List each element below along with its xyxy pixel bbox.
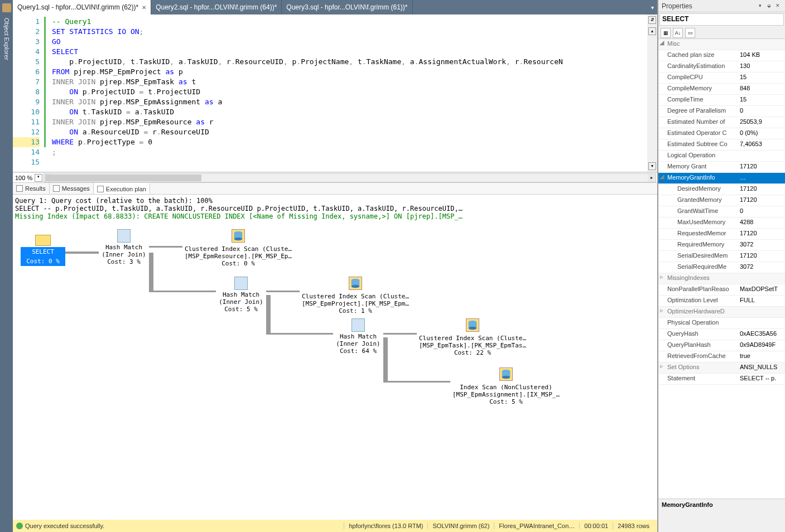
code-line[interactable]: ON t.TaskUID = a.TaskUID <box>46 107 647 117</box>
property-pages-icon[interactable]: ▭ <box>685 28 695 38</box>
plan-node-scan-assignment[interactable]: Index Scan (NonClustered) [MSP_EpmAssign… <box>450 367 562 405</box>
property-row[interactable]: GrantWaitTime0 <box>658 206 785 217</box>
property-row[interactable]: QueryHash0xAEC35A56 <box>658 329 785 340</box>
property-row[interactable]: CompileMemory848 <box>658 84 785 95</box>
property-row[interactable]: RequestedMemor17120 <box>658 229 785 240</box>
property-row[interactable]: Logical Operation <box>658 151 785 162</box>
pin-icon[interactable]: ⬙ <box>765 2 773 10</box>
plan-icon <box>97 186 104 192</box>
close-icon[interactable]: ✕ <box>142 4 146 11</box>
property-row[interactable]: Cached plan size104 KB <box>658 50 785 61</box>
properties-grid[interactable]: ◢MiscCached plan size104 KBCardinalityEs… <box>658 39 785 499</box>
expand-icon[interactable]: ▹ <box>658 307 665 317</box>
plan-node-hash-match-1[interactable]: Hash Match (Inner Join) Cost: 3 % <box>99 229 149 265</box>
property-row[interactable]: StatementSELECT -- p. <box>658 374 785 385</box>
code-area[interactable]: -- Query1SET STATISTICS IO ON;GOSELECT p… <box>44 14 647 172</box>
expand-icon <box>658 151 665 161</box>
plan-node-hash-match-3[interactable]: Hash Match (Inner Join) Cost: 64 % <box>333 318 383 355</box>
property-row[interactable]: ▹OptimizerHardwareD <box>658 307 785 318</box>
property-row[interactable]: ◢MemoryGrantInfo… <box>658 173 785 184</box>
property-row[interactable]: DesiredMemory17120 <box>658 184 785 195</box>
code-line[interactable]: INNER JOIN pjrep.MSP_EpmResource as r <box>46 117 647 127</box>
property-row[interactable]: MaxUsedMemory4288 <box>658 217 785 229</box>
property-row[interactable]: CardinalityEstimation130 <box>658 61 785 72</box>
dropdown-icon[interactable]: ▾ <box>756 2 764 10</box>
code-line[interactable]: -- Query1 <box>46 17 647 27</box>
horizontal-scrollbar[interactable]: ◂ ▸ <box>44 173 656 182</box>
zoom-level[interactable]: 100 % <box>13 175 35 181</box>
property-row[interactable]: Estimated Subtree Co7,40653 <box>658 139 785 151</box>
plan-node-hash-match-2[interactable]: Hash Match (Inner Join) Cost: 5 % <box>216 277 266 313</box>
properties-object-selector[interactable]: SELECT <box>659 13 784 26</box>
expand-icon <box>658 329 665 340</box>
code-line[interactable]: FROM pjrep.MSP_EpmProject as p <box>46 67 647 77</box>
plan-node-scan-task[interactable]: Clustered Index Scan (Cluste… [MSP_EpmTa… <box>417 318 528 356</box>
property-row[interactable]: Degree of Parallelism0 <box>658 106 785 117</box>
property-row[interactable]: GrantedMemory17120 <box>658 195 785 206</box>
plan-missing-index[interactable]: Missing Index (Impact 68.8833): CREATE N… <box>15 212 655 220</box>
property-row[interactable]: ◢Misc <box>658 39 785 50</box>
expand-icon[interactable]: ▹ <box>658 273 665 284</box>
property-row[interactable]: Optimization LevelFULL <box>658 296 785 307</box>
code-line[interactable]: SET STATISTICS IO ON; <box>46 27 647 37</box>
property-name: Memory Grant <box>665 162 738 172</box>
code-line[interactable]: WHERE p.ProjectType = 0 <box>46 137 647 147</box>
property-row[interactable]: RetrievedFromCachetrue <box>658 351 785 362</box>
expand-icon[interactable]: ▹ <box>658 362 665 373</box>
property-row[interactable]: QueryPlanHash0x9AD8949F <box>658 340 785 351</box>
editor-scrollbar[interactable]: ⇵ ▴ ▾ <box>647 14 657 172</box>
code-line[interactable]: GO <box>46 37 647 47</box>
plan-node-select[interactable]: SELECT Cost: 0 % <box>21 235 65 266</box>
tab-query2[interactable]: Query2.sql - hpfor...OLVIN\f.grimm (64))… <box>151 0 282 14</box>
property-value: … <box>738 173 785 183</box>
property-row[interactable]: Memory Grant17120 <box>658 162 785 173</box>
property-value: MaxDOPSetT <box>738 284 785 295</box>
expand-icon[interactable]: ◢ <box>658 173 665 183</box>
plan-node-scan-resource[interactable]: Clustered Index Scan (Cluste… [MSP_EpmRe… <box>182 229 294 267</box>
line-number: 12 <box>13 127 40 137</box>
expand-icon <box>658 374 665 384</box>
plan-canvas: SELECT Cost: 0 % Hash Match (Inner Join)… <box>15 224 655 436</box>
tab-execution-plan[interactable]: Execution plan <box>94 183 150 194</box>
property-row[interactable]: CompileCPU15 <box>658 72 785 84</box>
code-line[interactable]: ON a.ResourceUID = r.ResourceUID <box>46 127 647 137</box>
split-icon[interactable]: ⇵ <box>648 16 656 24</box>
code-line[interactable]: ; <box>46 147 647 157</box>
tab-query3[interactable]: Query3.sql - hpfor...OLVIN\f.grimm (61))… <box>282 0 412 14</box>
property-row[interactable]: Estimated Operator C0 (0%) <box>658 128 785 139</box>
code-editor[interactable]: 123456789101112131415 -- Query1SET STATI… <box>13 14 657 172</box>
scroll-right-icon[interactable]: ▸ <box>648 174 656 182</box>
plan-node-scan-project[interactable]: Clustered Index Scan (Cluste… [MSP_EpmPr… <box>300 277 411 315</box>
property-row[interactable]: SerialRequiredMe3072 <box>658 262 785 273</box>
tab-query1[interactable]: Query1.sql - hpfor...OLVIN\f.grimm (62))… <box>13 0 151 14</box>
property-row[interactable]: SerialDesiredMem17120 <box>658 251 785 262</box>
code-line[interactable]: ON p.ProjectUID = t.ProjectUID <box>46 87 647 97</box>
scroll-up-icon[interactable]: ▴ <box>648 27 656 35</box>
code-line[interactable]: SELECT <box>46 47 647 57</box>
scroll-thumb[interactable] <box>45 175 201 181</box>
code-line[interactable]: INNER JOIN pjrep.MSP_EpmTask as t <box>46 77 647 87</box>
execution-plan-pane[interactable]: Query 1: Query cost (relative to the bat… <box>13 195 657 520</box>
zoom-dropdown-icon[interactable]: ▾ <box>35 174 42 182</box>
tabs-overflow-icon[interactable]: ▾ <box>647 0 657 14</box>
code-line[interactable]: p.ProjectUID, t.TaskUID, a.TaskUID, r.Re… <box>46 57 647 67</box>
property-name: RequestedMemor <box>665 229 738 239</box>
expand-icon[interactable]: ◢ <box>658 39 665 50</box>
property-row[interactable]: ▹MissingIndexes <box>658 273 785 284</box>
property-row[interactable]: Estimated Number of25053,9 <box>658 117 785 128</box>
property-row[interactable]: ▹Set OptionsANSI_NULLS <box>658 362 785 374</box>
property-row[interactable]: CompileTime15 <box>658 95 785 106</box>
scroll-down-icon[interactable]: ▾ <box>648 162 656 170</box>
property-value: ANSI_NULLS <box>738 362 785 373</box>
close-icon[interactable]: ✕ <box>774 2 782 10</box>
object-explorer-sidebar[interactable]: Object Explorer <box>0 0 13 532</box>
tab-messages[interactable]: Messages <box>50 183 94 194</box>
property-row[interactable]: RequiredMemory3072 <box>658 240 785 251</box>
property-row[interactable]: Physical Operation <box>658 318 785 329</box>
property-name: RetrievedFromCache <box>665 351 738 362</box>
property-row[interactable]: NonParallelPlanReasoMaxDOPSetT <box>658 284 785 296</box>
categorized-icon[interactable]: ▦ <box>661 28 671 38</box>
code-line[interactable]: INNER JOIN pjrep.MSP_EpmAssignment as a <box>46 97 647 107</box>
tab-results[interactable]: Results <box>13 183 50 194</box>
alphabetical-icon[interactable]: A↓ <box>673 28 683 38</box>
